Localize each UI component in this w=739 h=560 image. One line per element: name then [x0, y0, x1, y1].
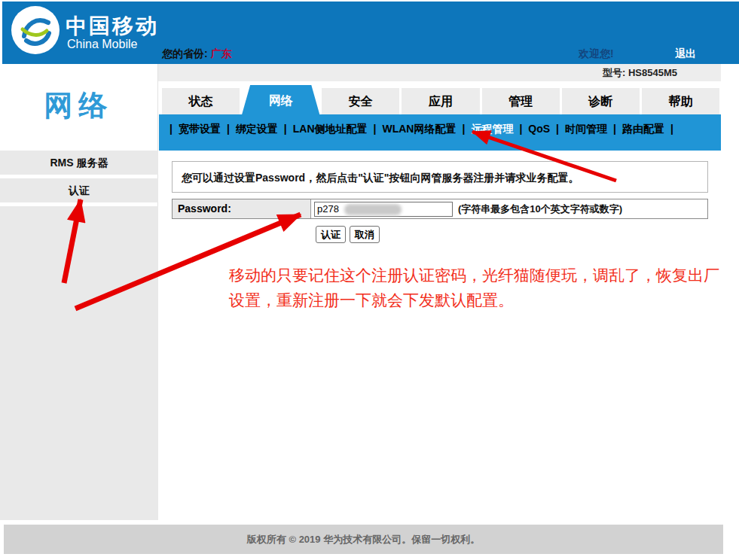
sidebar-filler	[0, 206, 158, 520]
subnav-bar: |宽带设置|绑定设置|LAN侧地址配置|WLAN网络配置|远程管理|QoS|时间…	[159, 114, 721, 151]
footer-bar: 版权所有 © 2019 华为技术有限公司。保留一切权利。	[4, 525, 723, 554]
subnav-separator: |	[462, 123, 465, 135]
sidebar-section-title: 网络	[0, 87, 157, 125]
router-admin-page: 中国移动 China Mobile 您的省份:广东 欢迎您! 退出 型号: HS…	[0, 0, 739, 560]
china-mobile-logo-icon	[11, 5, 60, 55]
annotation-line-1: 移动的只要记住这个注册认证密码，光纤猫随便玩，调乱了，恢复出厂	[229, 263, 719, 288]
info-box: 您可以通过设置Password，然后点击"认证"按钮向网管服务器注册并请求业务配…	[172, 161, 708, 193]
annotation-line-2: 设置，重新注册一下就会下发默认配置。	[229, 288, 719, 312]
password-value-cell: (字符串最多包含10个英文字符或数字)	[311, 199, 707, 218]
subnav-item-wlan[interactable]: WLAN网络配置	[382, 123, 456, 135]
subnav-item-routing[interactable]: 路由配置	[622, 123, 664, 135]
top-header: 中国移动 China Mobile 您的省份:广东 欢迎您! 退出	[2, 2, 739, 64]
censored-blur-overlay	[344, 204, 402, 215]
password-label: Password:	[173, 199, 311, 218]
subnav-item-qos[interactable]: QoS	[528, 123, 550, 135]
sidebar-item-auth[interactable]: 认证	[0, 178, 158, 202]
subnav-item-broadband[interactable]: 宽带设置	[179, 123, 221, 135]
password-input-wrap	[314, 202, 453, 217]
subnav-separator: |	[519, 123, 522, 135]
info-text: 您可以通过设置Password，然后点击"认证"按钮向网管服务器注册并请求业务配…	[173, 162, 707, 185]
tab-application[interactable]: 应用	[402, 88, 479, 114]
brand-name-cn: 中国移动	[66, 12, 159, 41]
device-model: 型号: HS8545M5	[603, 64, 677, 81]
main-tabs: 状态 网络 安全 应用 管理 诊断 帮助	[162, 85, 719, 114]
subnav-separator: |	[613, 123, 616, 135]
sidebar-item-rms-server[interactable]: RMS 服务器	[0, 151, 158, 175]
subnav-item-lan-address[interactable]: LAN侧地址配置	[293, 123, 368, 135]
subnav-separator: |	[670, 123, 673, 135]
annotation-text: 移动的只要记住这个注册认证密码，光纤猫随便玩，调乱了，恢复出厂 设置，重新注册一…	[229, 263, 719, 312]
subnav-separator: |	[227, 123, 230, 135]
logout-link[interactable]: 退出	[675, 47, 696, 61]
copyright-text: 版权所有 © 2019 华为技术有限公司。保留一切权利。	[4, 525, 723, 554]
action-buttons: 认证 取消	[316, 226, 380, 243]
auth-button[interactable]: 认证	[316, 226, 346, 243]
subnav-item-remote-management[interactable]: 远程管理	[471, 123, 513, 135]
cancel-button[interactable]: 取消	[350, 226, 380, 243]
subnav-separator: |	[374, 123, 377, 135]
brand-name-en: China Mobile	[67, 38, 137, 51]
province-indicator: 您的省份:广东	[162, 47, 232, 61]
subnav-separator: |	[556, 123, 559, 135]
subnav-separator: |	[169, 123, 173, 135]
tab-management[interactable]: 管理	[482, 88, 560, 114]
tab-diagnosis[interactable]: 诊断	[562, 88, 640, 114]
subnav-item-binding[interactable]: 绑定设置	[236, 123, 278, 135]
tab-network[interactable]: 网络	[242, 85, 319, 114]
subnav-item-time-management[interactable]: 时间管理	[565, 123, 607, 135]
tab-help[interactable]: 帮助	[642, 88, 719, 114]
welcome-text: 欢迎您!	[579, 47, 614, 61]
tab-security[interactable]: 安全	[322, 88, 399, 114]
tab-status[interactable]: 状态	[162, 88, 240, 114]
sidebar: 网络 RMS 服务器 认证	[0, 64, 158, 520]
subnav-separator: |	[284, 123, 287, 135]
province-value: 广东	[211, 47, 232, 59]
password-hint: (字符串最多包含10个英文字符或数字)	[458, 202, 622, 216]
sidebar-menu: RMS 服务器 认证	[0, 151, 158, 206]
password-row: Password: (字符串最多包含10个英文字符或数字)	[172, 199, 708, 219]
model-bar: 型号: HS8545M5	[158, 64, 721, 81]
province-label: 您的省份:	[162, 47, 208, 59]
